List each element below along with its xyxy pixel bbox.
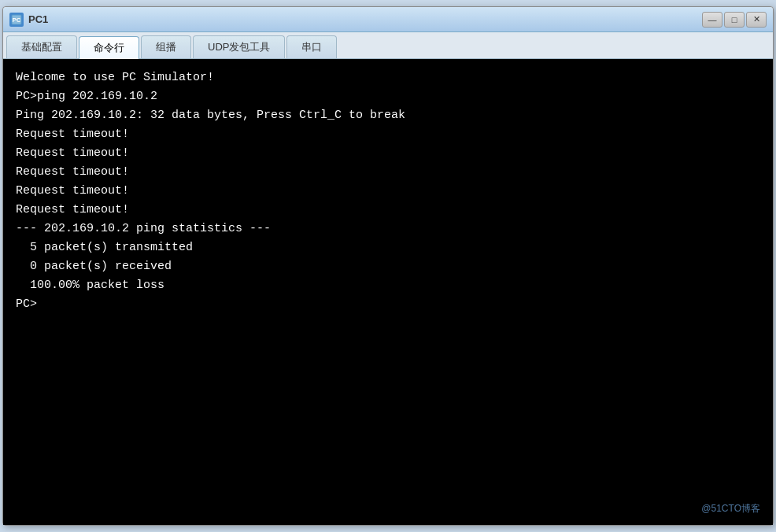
main-window: PC PC1 — □ ✕ 基础配置 命令行 组播 UDP发包工具 串口 Welc… xyxy=(2,6,774,526)
terminal-area[interactable]: Welcome to use PC Simulator!PC>ping 202.… xyxy=(3,59,773,525)
terminal-line: PC>ping 202.169.10.2 xyxy=(16,87,760,106)
window-title: PC1 xyxy=(28,13,48,25)
maximize-button[interactable]: □ xyxy=(724,12,745,28)
terminal-line: PC> xyxy=(16,295,760,314)
tab-basic-config[interactable]: 基础配置 xyxy=(6,35,77,58)
terminal-line: Request timeout! xyxy=(16,144,760,163)
minimize-button[interactable]: — xyxy=(702,12,722,28)
terminal-line: Request timeout! xyxy=(16,182,760,201)
terminal-line: --- 202.169.10.2 ping statistics --- xyxy=(16,220,760,238)
tab-bar: 基础配置 命令行 组播 UDP发包工具 串口 xyxy=(3,32,773,59)
terminal-line: 100.00% packet loss xyxy=(16,276,760,295)
close-button[interactable]: ✕ xyxy=(746,12,767,28)
terminal-line: Request timeout! xyxy=(16,125,760,144)
svg-text:PC: PC xyxy=(12,17,20,24)
watermark: @51CTO博客 xyxy=(701,502,760,515)
tab-multicast[interactable]: 组播 xyxy=(141,35,191,58)
tab-udp-tool[interactable]: UDP发包工具 xyxy=(193,35,285,58)
terminal-line: Ping 202.169.10.2: 32 data bytes, Press … xyxy=(16,106,760,125)
terminal-line: Request timeout! xyxy=(16,163,760,182)
terminal-line: Request timeout! xyxy=(16,201,760,220)
window-controls: — □ ✕ xyxy=(702,12,767,28)
tab-serial[interactable]: 串口 xyxy=(286,35,337,58)
title-bar-left: PC PC1 xyxy=(9,13,48,27)
window-icon: PC xyxy=(9,13,24,27)
terminal-line: Welcome to use PC Simulator! xyxy=(16,68,760,87)
terminal-line: 5 packet(s) transmitted xyxy=(16,238,760,257)
terminal-line: 0 packet(s) received xyxy=(16,257,760,276)
tab-command-line[interactable]: 命令行 xyxy=(79,36,139,59)
window-content: Welcome to use PC Simulator!PC>ping 202.… xyxy=(3,59,773,525)
title-bar: PC PC1 — □ ✕ xyxy=(3,7,773,32)
